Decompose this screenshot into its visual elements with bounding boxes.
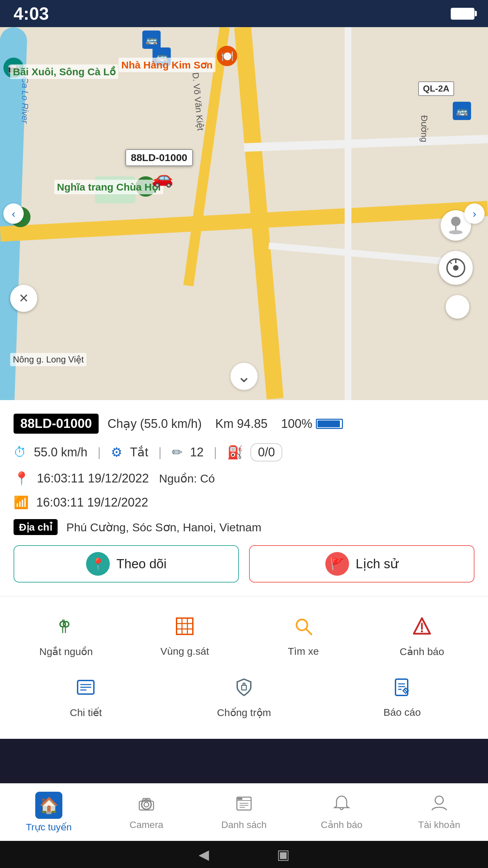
lich-su-button[interactable]: 🚩 Lịch sử <box>249 545 474 583</box>
ngat-nguon-label: Ngắt nguồn <box>39 646 93 657</box>
vehicle-car-icon: 🚗 <box>132 167 193 188</box>
close-map-button[interactable]: ✕ <box>10 285 37 312</box>
prev-vehicle-button[interactable]: ‹ <box>3 203 24 224</box>
theo-doi-button[interactable]: 📍 Theo dõi <box>14 545 239 583</box>
bus-stop-icon-1: 🚌 <box>142 31 161 49</box>
feature-bao-cao[interactable]: Báo cáo <box>326 671 478 725</box>
vehicle-marker[interactable]: 88LD-01000 🚗 <box>125 149 193 188</box>
lich-su-icon: 🚩 <box>325 552 349 576</box>
battery-indicator <box>451 8 474 20</box>
chi-tiet-label: Chi tiết <box>70 707 102 718</box>
feature-grid-container: Ngắt nguồn Vùng g.sát Tìm x <box>0 596 488 739</box>
camera-icon <box>137 794 156 817</box>
back-button[interactable]: ◀ <box>199 847 209 862</box>
road-vertical-right <box>345 27 351 400</box>
svg-line-17 <box>306 629 311 634</box>
theo-doi-icon: 📍 <box>86 552 110 576</box>
nav-canh-bao-label: Cảnh báo <box>321 819 363 830</box>
small-road-1 <box>244 135 488 152</box>
address-value: Phú Cường, Sóc Sơn, Hanoi, Vietnam <box>66 520 262 534</box>
bus-stop-icon-3: 🚌 <box>453 102 471 120</box>
status-time: 4:03 <box>14 3 49 24</box>
source-info: Nguồn: Có <box>159 472 215 485</box>
map-circle-control[interactable] <box>446 295 469 319</box>
battery-percentage: 100% <box>281 417 343 431</box>
bell-icon <box>332 794 351 816</box>
battery-bar <box>316 419 343 429</box>
nav-danh-sach[interactable]: Danh sách <box>195 794 293 830</box>
fuel-gauge: 0/0 <box>250 443 282 461</box>
home-icon: 🏠 <box>35 792 62 819</box>
chong-trom-label: Chống trộm <box>217 707 271 718</box>
svg-rect-11 <box>177 618 193 634</box>
canh-bao-label: Cảnh báo <box>400 646 444 657</box>
shield-icon <box>235 678 253 701</box>
main-road-horizontal <box>0 201 488 241</box>
map-view[interactable]: Ca Lo River QL-2A 🚌 🚌 🚌 🍽️ 🌲 🌲 📷 Bãi Xuô… <box>0 27 488 400</box>
nav-tai-khoan-label: Tài khoản <box>418 819 460 830</box>
nav-tai-khoan[interactable]: Tài khoản <box>390 794 488 830</box>
svg-point-0 <box>451 217 461 226</box>
svg-point-31 <box>144 802 149 807</box>
svg-point-39 <box>435 796 443 804</box>
action-buttons-row: 📍 Theo dõi 🚩 Lịch sử <box>14 545 474 583</box>
nav-danh-sach-label: Danh sách <box>221 820 267 830</box>
km-value: Km 94.85 <box>215 417 267 431</box>
collapse-panel-button[interactable]: ⌄ <box>230 363 258 390</box>
svg-point-4 <box>453 265 459 271</box>
warning-icon <box>412 617 431 640</box>
svg-rect-38 <box>238 798 242 800</box>
engine-status: Tắt <box>130 445 148 459</box>
nav-truc-tuyen-label: Trực tuyến <box>26 822 72 833</box>
road-label-vo-van-kiet: D. Võ Văn Kiệt <box>188 69 207 134</box>
bao-cao-label: Báo cáo <box>384 707 421 718</box>
theo-doi-label: Theo dõi <box>117 557 167 571</box>
plate-badge: 88LD-01000 <box>14 414 99 434</box>
area-label-long-viet: Nông g. Long Việt <box>10 353 86 366</box>
svg-point-20 <box>421 630 423 632</box>
tim-xe-label: Tìm xe <box>288 646 319 657</box>
feature-chi-tiet[interactable]: Chi tiết <box>10 671 162 725</box>
area-label-bai-xuoi: Bãi Xuôi, Sông Cà Lồ <box>10 64 118 79</box>
restaurant-icon: 🍽️ <box>217 46 237 66</box>
info-row-address: Địa chỉ Phú Cường, Sóc Sơn, Hanoi, Vietn… <box>14 519 474 535</box>
feature-vung-gsat[interactable]: Vùng g.sát <box>129 610 241 664</box>
svg-point-1 <box>449 230 463 234</box>
bottom-navigation: 🏠 Trực tuyến Camera Danh sách <box>0 783 488 841</box>
fuel-value: 0/0 <box>258 445 275 459</box>
search-icon <box>294 617 313 640</box>
feature-tim-xe[interactable]: Tìm xe <box>247 610 359 664</box>
feature-grid-row1: Ngắt nguồn Vùng g.sát Tìm x <box>10 610 478 664</box>
river-label: Ca Lo River <box>20 77 30 123</box>
satellites-value: 12 <box>190 445 204 459</box>
report-icon <box>393 678 412 701</box>
info-row-signal-time: 📶 16:03:11 19/12/2022 <box>14 495 474 510</box>
vehicle-info-panel: 88LD-01000 Chạy (55.0 km/h) Km 94.85 100… <box>0 400 488 596</box>
address-badge: Địa chỉ <box>14 519 58 535</box>
grid-icon <box>175 617 194 640</box>
feature-grid-row2: Chi tiết Chống trộm <box>10 671 478 725</box>
user-icon <box>430 794 448 816</box>
square-button[interactable]: ▣ <box>277 847 290 862</box>
danh-sach-icon <box>235 794 253 817</box>
feature-ngat-nguon[interactable]: Ngắt nguồn <box>10 610 122 664</box>
nav-camera-label: Camera <box>129 820 163 830</box>
feature-canh-bao[interactable]: Cảnh báo <box>366 610 478 664</box>
nav-canh-bao[interactable]: Cảnh báo <box>293 794 390 830</box>
next-vehicle-button[interactable]: › <box>464 203 485 224</box>
vehicle-status: Chạy (55.0 km/h) <box>107 417 202 431</box>
vung-gsat-label: Vùng g.sát <box>160 646 209 657</box>
rotate-map-button[interactable] <box>439 251 473 285</box>
feature-chong-trom[interactable]: Chống trộm <box>168 671 320 725</box>
info-row-main: 88LD-01000 Chạy (55.0 km/h) Km 94.85 100… <box>14 414 474 434</box>
vehicle-plate-map: 88LD-01000 <box>125 149 193 166</box>
nav-truc-tuyen[interactable]: 🏠 Trực tuyến <box>0 792 98 833</box>
svg-rect-25 <box>242 685 246 690</box>
battery-fill <box>318 420 340 427</box>
highway-label: QL-2A <box>418 81 454 96</box>
small-road-2 <box>268 242 464 266</box>
lich-su-label: Lịch sử <box>356 556 399 571</box>
info-row-gps-time: 📍 16:03:11 19/12/2022 Nguồn: Có <box>14 471 474 486</box>
power-icon <box>57 617 76 640</box>
nav-camera[interactable]: Camera <box>98 794 195 830</box>
